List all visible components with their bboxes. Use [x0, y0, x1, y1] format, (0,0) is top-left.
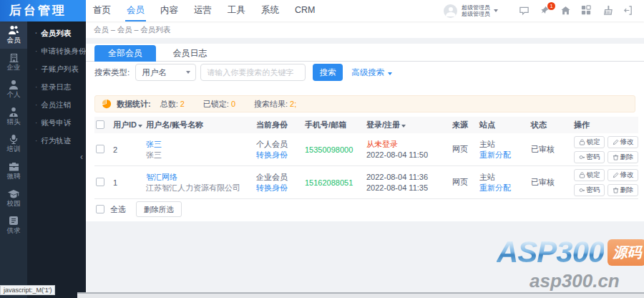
user-area: 超级管理员 超级管理员 1 [444, 0, 644, 21]
lock-button[interactable]: 锁定 [574, 169, 605, 181]
status-tooltip: javascript:_M('1') [0, 285, 55, 295]
delete-button[interactable]: 删除 [608, 184, 638, 196]
nav-operation[interactable]: 运营 [186, 0, 220, 21]
search-type-select[interactable]: 用户名 [135, 64, 196, 81]
watermark: ASP300 源码 asp300.cn [497, 235, 644, 292]
watermark-domain: asp300.cn [530, 270, 644, 292]
members-table: 用户ID 用户名/账号名称 当前身份 手机号/邮箱 登录/注册 来源 站点 状态… [94, 117, 638, 199]
password-button[interactable]: 密码 [574, 184, 605, 196]
nav-crm[interactable]: CRM [287, 0, 323, 21]
submenu-subaccount-list[interactable]: ·子账户列表 [27, 60, 86, 78]
password-button[interactable]: 密码 [574, 151, 605, 163]
stat-results: 搜索结果:2; [254, 99, 296, 110]
sidebar-module-headhunter[interactable]: 猎头 [0, 103, 27, 130]
nav-home[interactable]: 首页 [85, 0, 119, 21]
user-name-link[interactable]: 智汇网络 [146, 172, 253, 183]
breadcrumb-bar: 会员 – 会员 – 会员列表 [86, 21, 644, 38]
nav-tools[interactable]: 工具 [220, 0, 253, 21]
source: 网页 [452, 144, 479, 155]
table-row: 2 张三张三 个人会员转换身份 15350098000 从未登录2022-08-… [94, 133, 638, 166]
submenu-behavior-track[interactable]: ·行为轨迹 [27, 132, 86, 150]
identity: 企业会员 [256, 172, 302, 183]
col-site: 站点 [479, 120, 531, 130]
select-all-checkbox[interactable] [96, 205, 104, 213]
apps-grid-icon[interactable] [581, 5, 592, 16]
submenu-member-cancel[interactable]: ·会员注销 [27, 96, 86, 114]
user-name[interactable]: 超级管理员 超级管理员 [462, 4, 490, 17]
sidebar-module-training[interactable]: 培训 [0, 130, 27, 158]
stats-bar: 数据统计: 总数:2 已锁定:0 搜索结果:2; [94, 95, 635, 112]
identity-switch-link[interactable]: 转换身份 [256, 183, 302, 193]
select-all-label: 全选 [110, 204, 126, 215]
col-identity: 当前身份 [256, 120, 305, 130]
phone: 15350098000 [305, 145, 366, 154]
sidebar-modules: 会员 企业 个人 猎头 培训 微聘 校园 供求 [0, 21, 27, 298]
delete-selected-button[interactable]: 删除所选 [136, 201, 182, 217]
nav-system[interactable]: 系统 [253, 0, 287, 21]
app-logo: 后台管理 [0, 0, 86, 21]
pie-chart-icon [102, 99, 112, 109]
col-name: 用户名/账号名称 [146, 120, 256, 130]
delete-button[interactable]: 删除 [608, 151, 638, 163]
table-footer: 全选 删除所选 [94, 201, 182, 218]
message-icon[interactable] [519, 5, 530, 16]
logout-icon[interactable] [623, 5, 634, 16]
edit-button[interactable]: 修改 [608, 136, 638, 148]
site-reassign-link[interactable]: 重新分配 [479, 150, 528, 160]
col-login[interactable]: 登录/注册 [366, 120, 452, 130]
site: 主站 [479, 172, 528, 183]
edit-button[interactable]: 修改 [608, 169, 638, 181]
col-user-id[interactable]: 用户ID [113, 120, 146, 130]
watermark-title: ASP300 [497, 235, 604, 269]
top-nav: 首页 会员 内容 运营 工具 系统 CRM [85, 0, 323, 21]
stat-total: 总数:2 [160, 99, 185, 110]
lock-button[interactable]: 锁定 [574, 136, 605, 148]
row-checkbox[interactable] [96, 178, 104, 186]
header-checkbox[interactable] [96, 120, 104, 129]
identity: 个人会员 [256, 139, 302, 150]
avatar[interactable] [444, 4, 457, 18]
table-header: 用户ID 用户名/账号名称 当前身份 手机号/邮箱 登录/注册 来源 站点 状态… [94, 117, 638, 133]
login-time: 从未登录 [366, 139, 449, 150]
search-button[interactable]: 搜索 [313, 64, 343, 81]
search-row: 搜索类型: 用户名 请输入你要搜索的关键字 搜索 高级搜索 [94, 64, 392, 81]
sidebar-module-personal[interactable]: 个人 [0, 76, 27, 103]
table-row: 1 智汇网络江苏智汇人力资源有限公司 企业会员转换身份 15162088051 … [94, 166, 638, 199]
sidebar-module-campus[interactable]: 校园 [0, 185, 27, 212]
pin-icon[interactable]: 1 [540, 5, 551, 16]
nav-content[interactable]: 内容 [152, 0, 186, 21]
stat-locked: 已锁定:0 [203, 99, 235, 110]
sidebar-collapse-arrow[interactable]: ‹ [80, 152, 83, 162]
phone: 15162088051 [305, 178, 366, 187]
home-icon[interactable] [560, 5, 572, 16]
search-input[interactable]: 请输入你要搜索的关键字 [200, 64, 306, 81]
sidebar-module-supply[interactable]: 供求 [0, 212, 27, 239]
submenu-apply-identity[interactable]: ·申请转换身份 [27, 42, 86, 60]
source: 网页 [452, 177, 479, 188]
submenu-member-list[interactable]: ·会员列表 [27, 24, 86, 42]
sidebar-submenu: ·会员列表 ·申请转换身份 ·子账户列表 ·登录日志 ·会员注销 ·账号申诉 ·… [27, 21, 86, 298]
search-type-label: 搜索类型: [94, 67, 130, 78]
sidebar-module-member[interactable]: 会员 [0, 21, 27, 49]
account-name: 张三 [146, 150, 253, 160]
nav-member[interactable]: 会员 [119, 0, 152, 21]
row-checkbox[interactable] [96, 145, 104, 153]
tab-all-members[interactable]: 全部会员 [94, 45, 156, 62]
sidebar-module-weipin[interactable]: 微聘 [0, 158, 27, 185]
col-phone: 手机号/邮箱 [305, 120, 366, 130]
register-time: 2022-08-04 11:35 [366, 183, 449, 193]
content-card: 全部会员 会员日志 搜索类型: 用户名 请输入你要搜索的关键字 搜索 高级搜索 … [86, 44, 644, 221]
identity-switch-link[interactable]: 转换身份 [256, 150, 302, 160]
submenu-account-appeal[interactable]: ·账号申诉 [27, 114, 86, 132]
advanced-search-link[interactable]: 高级搜索 [351, 67, 392, 78]
site-reassign-link[interactable]: 重新分配 [479, 183, 528, 193]
tab-member-log[interactable]: 会员日志 [159, 45, 220, 62]
sidebar-module-company[interactable]: 企业 [0, 49, 27, 76]
col-status: 状态 [531, 120, 574, 130]
submenu-login-log[interactable]: ·登录日志 [27, 78, 86, 96]
clean-broom-icon[interactable] [602, 5, 613, 16]
notification-badge: 1 [547, 2, 555, 10]
user-name-link[interactable]: 张三 [146, 139, 253, 150]
chevron-down-icon [494, 9, 498, 12]
register-time: 2022-08-04 11:50 [366, 150, 449, 160]
